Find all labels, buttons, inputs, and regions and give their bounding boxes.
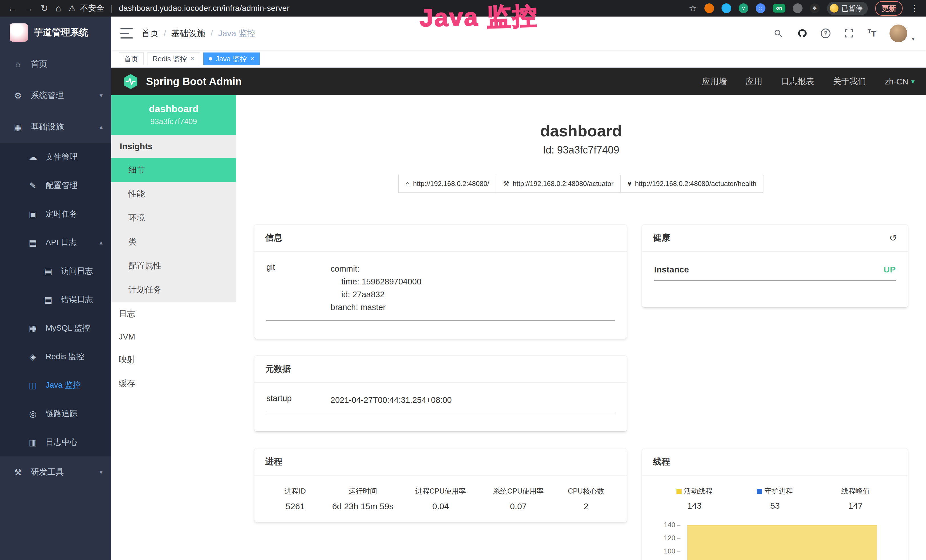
sba-item-scheduled-tasks[interactable]: 计划任务 <box>111 278 236 302</box>
sba-item-caches[interactable]: 缓存 <box>111 372 236 396</box>
sba-item-details[interactable]: 细节 <box>111 158 236 182</box>
chevron-up-icon: ▴ <box>100 123 103 131</box>
sba-item-metrics[interactable]: 性能 <box>111 182 236 206</box>
content-column: 首页 / 基础设施 / Java 监控 ? TT ▾ <box>111 17 926 560</box>
refresh-icon[interactable]: ↻ <box>41 3 48 14</box>
github-icon[interactable] <box>797 28 808 39</box>
sba-nav: 应用墙 应用 日志报表 关于我们 zh-CN ▾ <box>702 76 915 87</box>
bookmark-star-icon[interactable]: ☆ <box>689 3 697 14</box>
sidebar-item-dev-tools[interactable]: ⚒ 研发工具 ▾ <box>0 456 111 488</box>
sba-nav-wallboard[interactable]: 应用墙 <box>702 76 727 87</box>
tab-java-monitor[interactable]: Java 监控 × <box>203 53 260 65</box>
log-center-icon: ▥ <box>27 437 38 447</box>
forward-icon[interactable]: → <box>24 3 33 14</box>
breadcrumb: 首页 / 基础设施 / Java 监控 <box>141 28 256 39</box>
actuator-url-button[interactable]: ⚒ http://192.168.0.2:48080/actuator <box>496 175 620 192</box>
sba-item-jvm[interactable]: JVM <box>111 326 236 348</box>
extension-icon-3[interactable]: v <box>738 3 748 13</box>
app-sidebar: 芋道管理系统 ⌂ 首页 ⚙ 系统管理 ▾ ▦ 基础设施 ▴ ☁ 文件管理 ✎ 配… <box>0 17 111 560</box>
user-avatar[interactable] <box>890 24 907 42</box>
infrastructure-submenu: ☁ 文件管理 ✎ 配置管理 ▣ 定时任务 ▤ API 日志 ▴ ▤ 访问日志 ▤ <box>0 143 111 456</box>
back-icon[interactable]: ← <box>8 3 17 14</box>
breadcrumb-home[interactable]: 首页 <box>141 28 159 39</box>
tools-icon: ⚒ <box>12 467 23 477</box>
service-url-button[interactable]: ⌂ http://192.168.0.2:48080/ <box>398 175 496 192</box>
history-icon[interactable]: ↺ <box>889 233 897 243</box>
tab-label: Java 监控 <box>216 54 247 64</box>
breadcrumb-infrastructure[interactable]: 基础设施 <box>171 28 205 39</box>
process-card: 进程 进程ID 5261 运行时间 <box>254 448 627 522</box>
app-logo[interactable]: 芋道管理系统 <box>0 17 111 48</box>
file-icon: ☁ <box>27 152 38 162</box>
address-bar[interactable]: ⚠ 不安全 | dashboard.yudao.iocoder.cn/infra… <box>68 3 681 14</box>
browser-home-icon[interactable]: ⌂ <box>56 3 61 14</box>
sba-nav-journal[interactable]: 日志报表 <box>781 76 814 87</box>
ytick-140: 140 <box>654 522 681 528</box>
tab-label: 首页 <box>124 54 138 64</box>
locale-select[interactable]: zh-CN ▾ <box>885 77 915 86</box>
update-button[interactable]: 更新 <box>875 1 903 16</box>
tab-redis-monitor[interactable]: Redis 监控 × <box>147 53 200 65</box>
extension-on-badge[interactable]: on <box>773 4 785 12</box>
sidebar-item-mysql-monitor[interactable]: ▦ MySQL 监控 <box>0 314 111 342</box>
sba-nav-applications[interactable]: 应用 <box>746 76 762 87</box>
sidebar-item-api-logs[interactable]: ▤ API 日志 ▴ <box>0 228 111 257</box>
paused-badge[interactable]: 已暂停 <box>827 2 868 15</box>
browser-menu-icon[interactable]: ⋮ <box>910 3 918 14</box>
java-monitor-icon: ◫ <box>27 380 38 390</box>
process-col-value: 2 <box>557 501 615 511</box>
ytick-100: 100 <box>654 548 681 555</box>
extension-puzzle-icon[interactable]: ❖ <box>810 3 820 13</box>
mysql-icon: ▦ <box>27 323 38 333</box>
close-icon[interactable]: × <box>191 55 195 63</box>
process-col-label: 系统CPU使用率 <box>480 486 557 496</box>
search-icon[interactable] <box>773 28 784 39</box>
health-url-button[interactable]: ♥ http://192.168.0.2:48080/actuator/heal… <box>620 175 763 192</box>
hamburger-icon[interactable] <box>120 28 133 38</box>
process-col-label: 进程ID <box>266 486 324 496</box>
sidebar-item-infrastructure[interactable]: ▦ 基础设施 ▴ <box>0 111 111 143</box>
extension-icon-5[interactable] <box>793 3 802 13</box>
sidebar-item-label: API 日志 <box>45 237 77 248</box>
metadata-card: 元数据 startup 2021-04-27T00:44:31.254+08:0… <box>254 356 627 431</box>
url-text[interactable]: dashboard.yudao.iocoder.cn/infra/admin-s… <box>119 4 290 13</box>
help-icon[interactable]: ? <box>821 29 831 38</box>
sidebar-item-label: 配置管理 <box>45 180 77 191</box>
sidebar-item-java-monitor[interactable]: ◫ Java 监控 <box>0 371 111 400</box>
metadata-card-title: 元数据 <box>265 363 291 375</box>
extension-icon-1[interactable] <box>704 3 714 13</box>
font-size-icon[interactable]: TT <box>867 28 876 38</box>
sidebar-item-label: 日志中心 <box>45 437 77 448</box>
sba-item-environment[interactable]: 环境 <box>111 206 236 230</box>
sidebar-item-log-center[interactable]: ▥ 日志中心 <box>0 428 111 456</box>
sba-item-logs[interactable]: 日志 <box>111 302 236 326</box>
extension-icon-2[interactable] <box>722 3 731 13</box>
sidebar-item-config-mgmt[interactable]: ✎ 配置管理 <box>0 171 111 200</box>
redis-icon: ◈ <box>27 352 38 362</box>
sba-item-classes[interactable]: 类 <box>111 230 236 254</box>
sidebar-item-label: 研发工具 <box>31 466 64 478</box>
sba-item-config-props[interactable]: 配置属性 <box>111 254 236 278</box>
chevron-down-icon: ▾ <box>100 92 103 99</box>
sidebar-item-scheduled-tasks[interactable]: ▣ 定时任务 <box>0 200 111 228</box>
sidebar-item-redis-monitor[interactable]: ◈ Redis 监控 <box>0 342 111 371</box>
sidebar-item-home[interactable]: ⌂ 首页 <box>0 48 111 80</box>
sba-nav-about[interactable]: 关于我们 <box>833 76 866 87</box>
sidebar-item-file-mgmt[interactable]: ☁ 文件管理 <box>0 143 111 171</box>
extension-icon-4[interactable]: ∷ <box>756 3 766 13</box>
tab-home[interactable]: 首页 <box>119 53 144 65</box>
sidebar-item-system-mgmt[interactable]: ⚙ 系统管理 ▾ <box>0 80 111 111</box>
edit-icon: ✎ <box>27 180 38 191</box>
sidebar-item-error-logs[interactable]: ▤ 错误日志 <box>0 285 111 314</box>
avatar-caret-icon[interactable]: ▾ <box>912 35 915 42</box>
sba-instance-name: dashboard <box>114 103 233 114</box>
sidebar-item-access-logs[interactable]: ▤ 访问日志 <box>0 257 111 285</box>
fullscreen-icon[interactable] <box>844 28 855 39</box>
sba-item-mappings[interactable]: 映射 <box>111 348 236 372</box>
sidebar-item-tracing[interactable]: ◎ 链路追踪 <box>0 400 111 428</box>
ytick-120: 120 <box>654 534 681 542</box>
health-instance-row: Instance UP <box>654 265 896 281</box>
sba-instance-header[interactable]: dashboard 93a3fc7f7409 <box>111 95 236 135</box>
locale-value: zh-CN <box>885 77 908 86</box>
close-icon[interactable]: × <box>250 55 254 63</box>
